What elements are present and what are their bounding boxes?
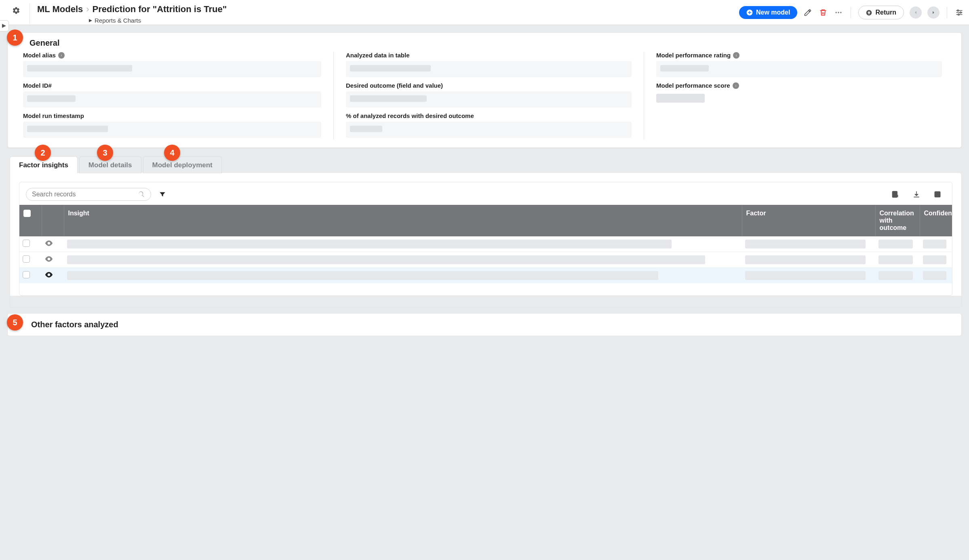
divider (947, 7, 947, 18)
factor-insights-panel: Insight Factor Correlation with outcome … (10, 173, 962, 307)
top-bar: ML Models › Prediction for "Attrition is… (0, 0, 969, 25)
col-eye (42, 205, 64, 236)
eye-icon[interactable] (45, 240, 53, 247)
return-label: Return (875, 9, 896, 16)
divider (851, 7, 851, 18)
model-alias-value (23, 61, 321, 77)
row-checkbox[interactable] (23, 271, 30, 278)
svg-point-4 (841, 12, 842, 13)
nav-prev-icon[interactable] (910, 6, 922, 19)
callout-5: 5 (7, 314, 23, 331)
top-toolbar: New model Return (739, 3, 964, 19)
row-checkbox[interactable] (23, 240, 30, 247)
col-insight[interactable]: Insight (64, 205, 742, 236)
callout-4: 4 (164, 145, 180, 161)
filter-icon[interactable] (158, 189, 167, 199)
new-model-button[interactable]: New model (739, 6, 797, 19)
open-external-icon[interactable] (933, 189, 942, 199)
callout-1: 1 (7, 29, 23, 46)
model-id-label: Model ID# (23, 82, 321, 89)
model-id-value (23, 91, 321, 107)
grid-edit-icon[interactable] (891, 189, 900, 199)
breadcrumb-separator: › (86, 4, 89, 15)
settings-gear-icon[interactable] (11, 6, 21, 15)
callout-3: 3 (97, 145, 113, 161)
pct-desired-label: % of analyzed records with desired outco… (346, 112, 632, 119)
title-block: ML Models › Prediction for "Attrition is… (29, 3, 227, 24)
tabs: 2 3 4 Factor insights Model details Mode… (10, 156, 962, 307)
svg-marker-0 (89, 19, 92, 22)
general-col-3: Model performance rating Model performan… (644, 52, 954, 139)
search-input-wrap (26, 188, 151, 201)
general-section: 1 General Model alias Model ID# Model ru… (7, 32, 962, 148)
table-footer-bar (10, 296, 961, 307)
edit-icon[interactable] (803, 8, 813, 17)
col-checkbox[interactable] (19, 205, 42, 236)
row-checkbox[interactable] (23, 255, 30, 263)
general-title: General (29, 38, 59, 48)
delete-icon[interactable] (818, 8, 828, 17)
other-factors-title: Other factors analyzed (31, 320, 118, 329)
analyzed-table-label: Analyzed data in table (346, 52, 632, 59)
model-run-ts-label: Model run timestamp (23, 112, 321, 119)
new-model-label: New model (756, 9, 790, 16)
nav-next-icon[interactable] (927, 6, 940, 19)
desired-outcome-value (346, 91, 632, 107)
col-confidence[interactable]: Confidence (920, 205, 952, 236)
general-col-2: Analyzed data in table Desired outcome (… (333, 52, 644, 139)
table-row[interactable] (19, 252, 952, 268)
page-title: Prediction for "Attrition is True" (93, 4, 227, 15)
info-icon[interactable] (733, 52, 739, 59)
perf-rating-label: Model performance rating (656, 52, 942, 59)
col-factor[interactable]: Factor (742, 205, 875, 236)
tab-model-deployment[interactable]: Model deployment (143, 156, 222, 173)
svg-point-3 (838, 12, 839, 13)
perf-score-value (656, 91, 942, 107)
perf-rating-value (656, 61, 942, 77)
reports-charts-link[interactable]: Reports & Charts (89, 17, 227, 24)
sidebar-toggle[interactable] (0, 20, 9, 32)
reports-charts-label: Reports & Charts (95, 17, 141, 24)
more-icon[interactable] (834, 8, 843, 17)
other-factors-section: 5 Other factors analyzed (7, 313, 962, 336)
insights-table: Insight Factor Correlation with outcome … (19, 205, 952, 283)
svg-point-7 (960, 12, 961, 13)
breadcrumb-parent[interactable]: ML Models (37, 4, 83, 15)
svg-point-8 (958, 14, 959, 15)
return-button[interactable]: Return (858, 6, 904, 19)
search-input[interactable] (32, 191, 138, 198)
table-row[interactable] (19, 268, 952, 284)
eye-icon[interactable] (45, 272, 53, 279)
analyzed-table-value (346, 61, 632, 77)
model-alias-label: Model alias (23, 52, 321, 59)
perf-score-label: Model performance score (656, 82, 942, 89)
svg-point-2 (836, 12, 837, 13)
callout-2: 2 (35, 145, 51, 161)
col-correlation[interactable]: Correlation with outcome (875, 205, 920, 236)
svg-point-6 (957, 10, 958, 11)
info-icon[interactable] (733, 82, 739, 89)
eye-icon[interactable] (45, 256, 53, 263)
table-row[interactable] (19, 236, 952, 252)
sliders-icon[interactable] (954, 8, 964, 17)
model-run-ts-value (23, 122, 321, 138)
svg-marker-9 (2, 24, 6, 28)
desired-outcome-label: Desired outcome (field and value) (346, 82, 632, 89)
info-icon[interactable] (58, 52, 65, 59)
download-icon[interactable] (912, 189, 921, 199)
breadcrumb: ML Models › Prediction for "Attrition is… (37, 4, 227, 15)
general-col-1: Model alias Model ID# Model run timestam… (23, 52, 333, 139)
search-icon (138, 191, 145, 198)
pct-desired-value (346, 122, 632, 138)
